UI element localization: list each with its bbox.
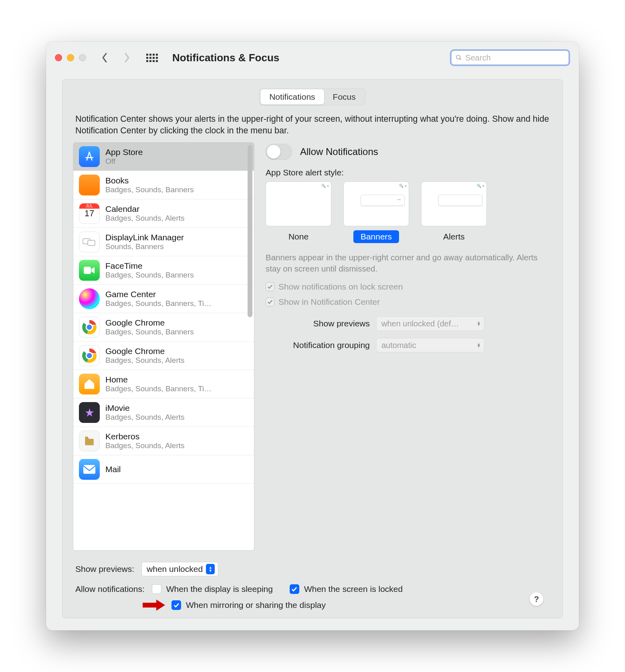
allow-notifications-label: Allow Notifications bbox=[300, 146, 378, 157]
show-in-nc-label: Show in Notification Center bbox=[278, 297, 380, 307]
toolbar: Notifications & Focus bbox=[46, 42, 579, 74]
app-name: Home bbox=[105, 375, 212, 384]
app-row[interactable]: KerberosBadges, Sounds, Alerts bbox=[73, 427, 254, 455]
window-title: Notifications & Focus bbox=[172, 52, 279, 64]
scrollbar[interactable] bbox=[248, 145, 252, 317]
checkbox-icon bbox=[266, 298, 274, 306]
app-sub: Badges, Sounds, Banners, Ti… bbox=[105, 299, 212, 308]
style-banners[interactable]: 🔍≡ Banners bbox=[343, 181, 409, 243]
app-name: Calendar bbox=[105, 204, 185, 214]
close-window-button[interactable] bbox=[55, 54, 62, 61]
svg-rect-4 bbox=[84, 267, 91, 274]
chk-mirroring-label: When mirroring or sharing the display bbox=[186, 600, 326, 610]
updown-icon: ▲▼ bbox=[206, 564, 215, 574]
minimize-window-button[interactable] bbox=[67, 54, 74, 61]
app-sub: Badges, Sounds, Alerts bbox=[105, 356, 185, 365]
search-input[interactable] bbox=[465, 53, 565, 62]
app-row[interactable]: JUL17CalendarBadges, Sounds, Alerts bbox=[73, 199, 254, 228]
app-sub: Badges, Sounds, Banners bbox=[105, 271, 194, 280]
app-name: Books bbox=[105, 176, 194, 185]
style-none[interactable]: 🔍≡ None bbox=[266, 181, 331, 243]
tab-focus[interactable]: Focus bbox=[324, 89, 365, 105]
back-button[interactable] bbox=[97, 50, 113, 66]
search-field[interactable] bbox=[450, 49, 570, 66]
app-sub: Sounds, Banners bbox=[105, 242, 184, 251]
main-panel: Notifications Focus Notification Center … bbox=[62, 79, 563, 618]
app-list[interactable]: App StoreOffBooksBadges, Sounds, Banners… bbox=[73, 142, 254, 551]
search-icon bbox=[456, 54, 462, 61]
zoom-window-button bbox=[79, 54, 86, 61]
app-name: Kerberos bbox=[105, 432, 185, 441]
app-sub: Badges, Sounds, Alerts bbox=[105, 413, 185, 422]
app-name: Google Chrome bbox=[105, 318, 194, 328]
forward-button bbox=[119, 50, 135, 66]
chk-display-sleeping[interactable] bbox=[152, 584, 161, 594]
svg-point-8 bbox=[86, 352, 93, 359]
app-row[interactable]: FaceTimeBadges, Sounds, Banners bbox=[73, 256, 254, 285]
detail-grouping-value: automatic bbox=[381, 341, 416, 350]
alert-style-row: 🔍≡ None 🔍≡ Banners 🔍≡ Alerts bbox=[266, 181, 548, 243]
alert-style-heading: App Store alert style: bbox=[266, 168, 548, 177]
bottom-controls: Show previews: when unlocked ▲▼ Allow no… bbox=[73, 557, 552, 611]
detail-grouping-popup[interactable]: automatic ▲▼ bbox=[376, 338, 484, 352]
updown-icon: ▲▼ bbox=[477, 343, 481, 348]
app-row[interactable]: HomeBadges, Sounds, Banners, Ti… bbox=[73, 370, 254, 398]
chk-display-sleeping-label: When the display is sleeping bbox=[166, 584, 273, 594]
app-sub: Badges, Sounds, Alerts bbox=[105, 214, 185, 223]
chk-screen-locked[interactable] bbox=[290, 584, 299, 594]
bottom-previews-popup[interactable]: when unlocked ▲▼ bbox=[141, 562, 218, 576]
annotation-arrow-icon bbox=[143, 600, 165, 611]
app-sub: Badges, Sounds, Banners, Ti… bbox=[105, 384, 212, 393]
show-on-lock-row[interactable]: Show notifications on lock screen bbox=[266, 282, 548, 292]
show-all-button[interactable] bbox=[146, 54, 158, 62]
app-row[interactable]: ★iMovieBadges, Sounds, Alerts bbox=[73, 398, 254, 427]
show-in-nc-row[interactable]: Show in Notification Center bbox=[266, 297, 548, 307]
style-alerts-label: Alerts bbox=[436, 230, 472, 243]
app-row[interactable]: Game CenterBadges, Sounds, Banners, Ti… bbox=[73, 285, 254, 313]
app-row[interactable]: Google ChromeBadges, Sounds, Alerts bbox=[73, 342, 254, 370]
svg-line-1 bbox=[460, 58, 461, 60]
app-row[interactable]: Mail bbox=[73, 455, 254, 484]
style-alerts[interactable]: 🔍≡ Alerts bbox=[421, 181, 487, 243]
updown-icon: ▲▼ bbox=[477, 321, 481, 326]
app-sub: Badges, Sounds, Banners bbox=[105, 185, 194, 194]
help-button[interactable]: ? bbox=[530, 592, 543, 606]
app-row[interactable]: App StoreOff bbox=[73, 143, 254, 171]
style-none-label: None bbox=[281, 230, 316, 243]
svg-rect-3 bbox=[88, 240, 95, 245]
description-text: Notification Center shows your alerts in… bbox=[75, 113, 550, 137]
app-name: Game Center bbox=[105, 290, 212, 299]
svg-rect-9 bbox=[83, 465, 95, 474]
app-name: App Store bbox=[105, 147, 143, 157]
detail-previews-popup[interactable]: when unlocked (def… ▲▼ bbox=[376, 316, 484, 331]
app-name: DisplayLink Manager bbox=[105, 233, 184, 242]
app-row[interactable]: Google ChromeBadges, Sounds, Banners bbox=[73, 313, 254, 342]
app-name: FaceTime bbox=[105, 261, 194, 271]
svg-point-0 bbox=[456, 55, 460, 59]
app-row[interactable]: BooksBadges, Sounds, Banners bbox=[73, 171, 254, 199]
window-controls bbox=[55, 54, 86, 61]
detail-previews-value: when unlocked (def… bbox=[381, 319, 459, 328]
app-sub: Badges, Sounds, Alerts bbox=[105, 441, 185, 450]
chk-screen-locked-label: When the screen is locked bbox=[304, 584, 403, 594]
style-banners-label: Banners bbox=[353, 230, 399, 243]
app-sub: Badges, Sounds, Banners bbox=[105, 328, 194, 336]
detail-pane: Allow Notifications App Store alert styl… bbox=[266, 142, 552, 551]
bottom-previews-value: when unlocked bbox=[147, 564, 203, 574]
detail-previews-label: Show previews bbox=[266, 319, 370, 328]
chevron-right-icon bbox=[123, 52, 131, 63]
app-name: iMovie bbox=[105, 403, 185, 413]
app-sub: Off bbox=[105, 157, 143, 166]
show-on-lock-label: Show notifications on lock screen bbox=[278, 282, 403, 292]
svg-point-6 bbox=[86, 324, 93, 330]
preferences-window: Notifications & Focus Notifications Focu… bbox=[46, 42, 579, 630]
chk-mirroring[interactable] bbox=[171, 600, 181, 610]
tab-notifications[interactable]: Notifications bbox=[260, 89, 324, 105]
app-row[interactable]: DisplayLink ManagerSounds, Banners bbox=[73, 228, 254, 256]
allow-notifications-toggle[interactable] bbox=[266, 144, 292, 160]
bottom-allow-label: Allow notifications: bbox=[75, 584, 145, 594]
alert-style-description: Banners appear in the upper-right corner… bbox=[266, 252, 548, 274]
app-name: Google Chrome bbox=[105, 346, 185, 356]
app-name: Mail bbox=[105, 465, 121, 474]
checkbox-icon bbox=[266, 282, 274, 291]
